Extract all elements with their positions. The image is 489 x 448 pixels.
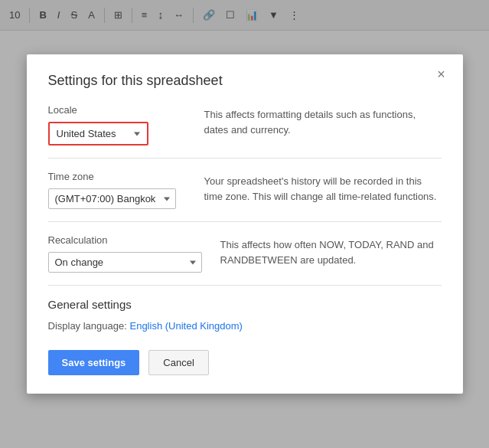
divider-3 <box>48 285 442 286</box>
general-settings-title: General settings <box>48 298 442 311</box>
recalculation-left: Recalculation On change On change and ev… <box>48 234 202 273</box>
locale-select-container: United States United Kingdom Germany Fra… <box>51 124 146 143</box>
settings-dialog: × Settings for this spreadsheet Locale U… <box>27 54 463 394</box>
dialog-title: Settings for this spreadsheet <box>48 73 442 89</box>
general-settings-section: General settings Display language: Engli… <box>48 298 442 332</box>
locale-description: This affects formatting details such as … <box>204 104 442 137</box>
display-language-label: Display language: <box>48 320 127 332</box>
dialog-footer: Save settings Cancel <box>48 350 442 375</box>
divider-2 <box>48 221 442 222</box>
locale-label: Locale <box>48 104 186 116</box>
save-settings-button[interactable]: Save settings <box>48 350 140 375</box>
recalculation-select-container: On change On change and every minute On … <box>48 252 202 273</box>
locale-select[interactable]: United States United Kingdom Germany Fra… <box>51 124 146 143</box>
recalculation-select[interactable]: On change On change and every minute On … <box>48 252 202 273</box>
divider-1 <box>48 158 442 159</box>
timezone-select-container: (GMT+07:00) Bangkok (GMT+00:00) London (… <box>48 188 176 209</box>
locale-select-wrapper: United States United Kingdom Germany Fra… <box>48 122 148 146</box>
close-button[interactable]: × <box>432 65 451 83</box>
dialog-overlay: × Settings for this spreadsheet Locale U… <box>0 0 489 448</box>
recalculation-section: Recalculation On change On change and ev… <box>48 234 442 273</box>
timezone-select[interactable]: (GMT+07:00) Bangkok (GMT+00:00) London (… <box>48 188 176 209</box>
recalculation-label: Recalculation <box>48 234 202 246</box>
timezone-left: Time zone (GMT+07:00) Bangkok (GMT+00:00… <box>48 171 186 209</box>
cancel-button[interactable]: Cancel <box>148 350 208 375</box>
display-language-row: Display language: English (United Kingdo… <box>48 320 442 332</box>
timezone-label: Time zone <box>48 171 186 182</box>
locale-left: Locale United States United Kingdom Germ… <box>48 104 186 146</box>
recalculation-description: This affects how often NOW, TODAY, RAND … <box>220 234 442 267</box>
timezone-description: Your spreadsheet's history will be recor… <box>204 171 442 204</box>
timezone-section: Time zone (GMT+07:00) Bangkok (GMT+00:00… <box>48 171 442 209</box>
display-language-link[interactable]: English (United Kingdom) <box>129 320 242 332</box>
locale-section: Locale United States United Kingdom Germ… <box>48 104 442 146</box>
